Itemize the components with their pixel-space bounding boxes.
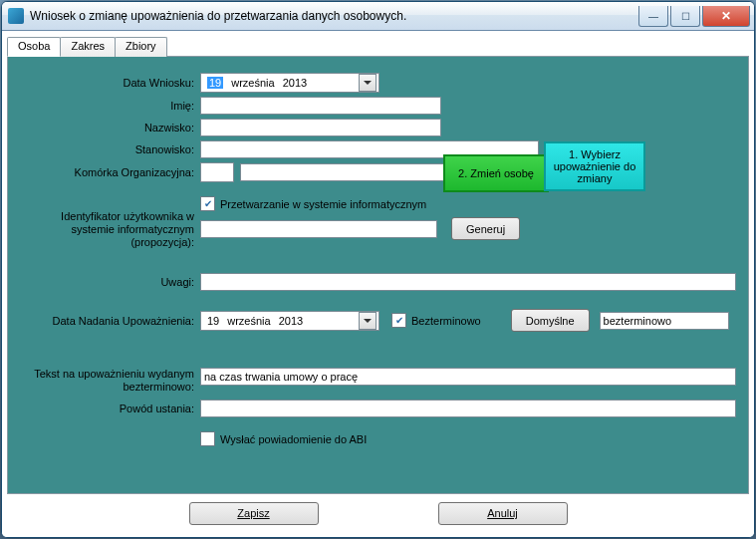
uwagi-field[interactable] bbox=[200, 273, 736, 291]
date-nadania-dropdown-icon[interactable] bbox=[359, 312, 377, 330]
date-nadania-picker[interactable]: 19 września 2013 bbox=[200, 311, 379, 331]
bezterminowo-label: Bezterminowo bbox=[411, 315, 481, 327]
imie-field[interactable] bbox=[200, 97, 441, 115]
close-icon: ✕ bbox=[721, 9, 731, 23]
tekst-field[interactable] bbox=[200, 368, 736, 386]
wyslac-abi-checkbox[interactable] bbox=[200, 431, 215, 446]
label-data-nadania: Data Nadania Upoważnienia: bbox=[20, 315, 200, 327]
maximize-button[interactable]: ☐ bbox=[670, 6, 700, 27]
date-wniosku-year: 2013 bbox=[283, 77, 307, 89]
domyslne-button[interactable]: Domyślne bbox=[511, 309, 590, 332]
date-nadania-day: 19 bbox=[207, 315, 219, 327]
label-identyfikator: Identyfikator użytkownika w systemie inf… bbox=[20, 196, 200, 249]
tab-strip: Osoba Zakres Zbiory bbox=[7, 36, 749, 57]
label-data-wniosku: Data Wniosku: bbox=[20, 77, 200, 89]
label-tekst: Tekst na upoważnieniu wydanym beztermino… bbox=[20, 368, 200, 394]
app-window: Wniosek o zmianę upoważnienia do przetwa… bbox=[1, 1, 755, 538]
tab-zbiory[interactable]: Zbiory bbox=[115, 37, 167, 57]
powod-field[interactable] bbox=[200, 400, 736, 417]
komorka-code-field[interactable] bbox=[200, 162, 234, 182]
bezterminowo-checkbox[interactable]: ✔ bbox=[391, 313, 406, 328]
date-wniosku-picker[interactable]: 19 września 2013 bbox=[200, 73, 379, 93]
date-wniosku-dropdown-icon[interactable] bbox=[359, 74, 377, 92]
app-icon bbox=[8, 8, 24, 24]
label-uwagi: Uwagi: bbox=[20, 276, 200, 288]
window-title: Wniosek o zmianę upoważnienia do przetwa… bbox=[30, 9, 636, 23]
label-powod: Powód ustania: bbox=[20, 403, 200, 414]
anuluj-label: Anuluj bbox=[487, 507, 518, 519]
label-nazwisko: Nazwisko: bbox=[20, 122, 200, 134]
date-nadania-year: 2013 bbox=[279, 315, 303, 327]
button-bar: Zapisz Anuluj bbox=[7, 494, 749, 532]
nazwisko-field[interactable] bbox=[200, 119, 441, 136]
tab-zakres[interactable]: Zakres bbox=[60, 37, 116, 57]
wyslac-abi-label: Wysłać powiadomienie do ABI bbox=[220, 433, 367, 445]
change-person-button[interactable]: 2. Zmień osobę bbox=[443, 154, 549, 192]
select-authorization-button[interactable]: 1. Wybierz upoważnienie do zmiany bbox=[544, 141, 645, 191]
zapisz-button[interactable]: Zapisz bbox=[189, 502, 319, 525]
anuluj-button[interactable]: Anuluj bbox=[438, 502, 568, 525]
date-wniosku-month: września bbox=[231, 77, 274, 89]
titlebar: Wniosek o zmianę upoważnienia do przetwa… bbox=[2, 2, 754, 31]
generuj-button[interactable]: Generuj bbox=[451, 217, 520, 240]
domyslne-text-field[interactable] bbox=[600, 312, 729, 330]
date-nadania-month: września bbox=[227, 315, 270, 327]
minimize-button[interactable]: — bbox=[638, 6, 668, 27]
label-komorka: Komórka Organizacyjna: bbox=[20, 166, 200, 178]
identyfikator-field[interactable] bbox=[200, 220, 437, 238]
tab-osoba[interactable]: Osoba bbox=[7, 37, 61, 57]
form-panel: 2. Zmień osobę 1. Wybierz upoważnienie d… bbox=[7, 57, 749, 494]
przetwarzanie-checkbox[interactable]: ✔ bbox=[200, 196, 215, 211]
window-controls: — ☐ ✕ bbox=[636, 6, 750, 26]
label-stanowisko: Stanowisko: bbox=[20, 143, 200, 155]
close-button[interactable]: ✕ bbox=[702, 6, 750, 27]
date-wniosku-day: 19 bbox=[207, 77, 223, 89]
label-imie: Imię: bbox=[20, 100, 200, 112]
zapisz-label: Zapisz bbox=[237, 507, 269, 519]
przetwarzanie-label: Przetwarzanie w systemie informatycznym bbox=[220, 198, 426, 210]
client-area: Osoba Zakres Zbiory 2. Zmień osobę 1. Wy… bbox=[2, 31, 754, 537]
